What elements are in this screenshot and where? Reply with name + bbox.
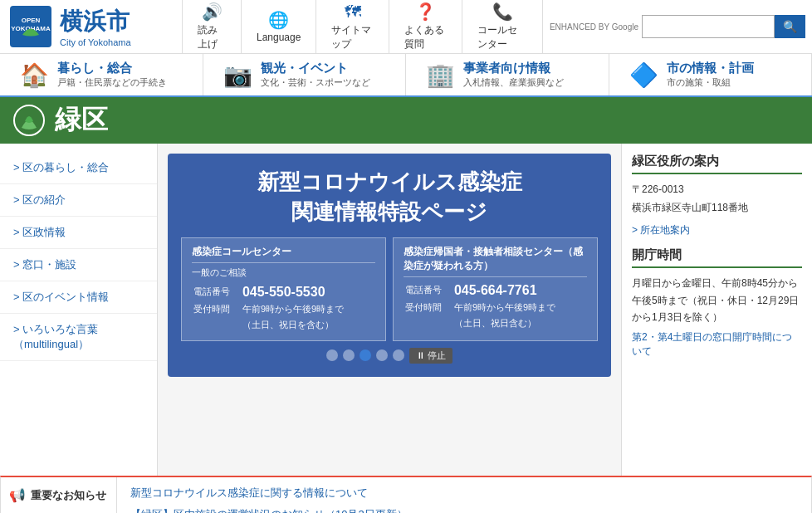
- nav-kurashi[interactable]: 🏠 暮らし・総合 戸籍・住民票などの手続き: [0, 54, 203, 95]
- main-content: 新型コロナウイルス感染症 関連情報特設ページ 感染症コールセンター 一般のご相談…: [158, 144, 621, 476]
- callcenter-hours-label: 受付時間: [193, 302, 241, 316]
- nav-jigyousha[interactable]: 🏢 事業者向け情報 入札情報、産業振興など: [406, 54, 609, 95]
- news-list: 新型コロナウイルス感染症に関する情報について 【緑区】区内施設の運営状況のお知ら…: [117, 477, 811, 513]
- speaker-icon: 🔊: [202, 2, 223, 22]
- map-icon: 🗺: [345, 2, 361, 22]
- nav-jigyousha-subtitle: 入札情報、産業振興など: [463, 76, 564, 89]
- nav-language-label: Language: [257, 32, 301, 43]
- pause-button[interactable]: ⏸ 停止: [409, 348, 452, 364]
- slider-dot-3[interactable]: [360, 349, 371, 361]
- contact-note: （土日、祝日含む）: [454, 316, 585, 330]
- nav-yomage-label: 読み上げ: [198, 23, 226, 51]
- city-name-en: City of Yokohama: [60, 37, 131, 47]
- second-window-link[interactable]: 第2・第4土曜日の窓口開庁時間について: [632, 330, 802, 359]
- nav-language[interactable]: 🌐 Language: [242, 0, 316, 53]
- contact-hours: 午前9時から午後9時まで: [454, 300, 585, 315]
- news-label-area: 📢 重要なお知らせ: [1, 477, 117, 513]
- callcenter-hours: 午前9時から午後9時まで: [242, 302, 374, 316]
- map-link[interactable]: 所在地案内: [632, 224, 690, 236]
- banner-title-line2: 関連情報特設ページ: [291, 199, 487, 224]
- search-button[interactable]: 🔍: [775, 15, 805, 38]
- main-nav: 🏠 暮らし・総合 戸籍・住民票などの手続き 📷 観光・イベント 文化・芸術・スポ…: [0, 54, 812, 97]
- sidebar-item-kurashi[interactable]: 区の暮らし・総合: [0, 152, 157, 184]
- hours-text: 月曜日から金曜日、午前8時45分から午後5時まで（祝日・休日・12月29日から1…: [632, 275, 802, 325]
- slider-dot-4[interactable]: [376, 349, 388, 361]
- important-news: 📢 重要なお知らせ 新型コロナウイルス感染症に関する情報について 【緑区】区内施…: [0, 476, 812, 513]
- nav-shijouhou-subtitle: 市の施策・取組: [667, 76, 754, 89]
- nav-shijouhou[interactable]: 🔷 市の情報・計画 市の施策・取組: [609, 54, 813, 95]
- google-label: ENHANCED BY Google: [550, 22, 638, 32]
- callcenter-title: 感染症コールセンター: [192, 245, 375, 263]
- banner-title: 新型コロナウイルス感染症 関連情報特設ページ: [181, 167, 598, 227]
- search-area: ENHANCED BY Google 🔍: [543, 0, 812, 53]
- nav-callcenter[interactable]: 📞 コールセンター: [462, 0, 543, 53]
- midori-header: 緑区: [0, 97, 812, 144]
- search-input[interactable]: [642, 15, 775, 38]
- hours-title: 開庁時間: [632, 247, 802, 268]
- building-icon: 🏢: [426, 61, 455, 89]
- nav-kanko[interactable]: 📷 観光・イベント 文化・芸術・スポーツなど: [203, 54, 407, 95]
- hours-section: 開庁時間 月曜日から金曜日、午前8時45分から午後5時まで（祝日・休日・12月2…: [632, 247, 802, 359]
- question-icon: ❓: [415, 2, 436, 22]
- home-icon: 🏠: [20, 61, 49, 89]
- nav-faq-label: よくある質問: [404, 23, 447, 51]
- nav-jigyousha-title: 事業者向け情報: [463, 61, 564, 76]
- nav-kurashi-title: 暮らし・総合: [57, 61, 167, 76]
- logo-text: 横浜市 City of Yokohama: [60, 6, 131, 47]
- slider-controls: ⏸ 停止: [181, 348, 598, 364]
- logo-area: OPEN YOKOHAMA 横浜市 City of Yokohama: [0, 0, 183, 53]
- callcenter-phone: 045-550-5530: [242, 284, 374, 300]
- nav-kanko-title: 観光・イベント: [261, 61, 370, 76]
- callcenter-general: 一般のご相談: [192, 266, 375, 279]
- slider-dot-2[interactable]: [343, 349, 355, 361]
- sidebar: 区の暮らし・総合 区の紹介 区政情報 窓口・施設 区のイベント情報 いろいろな言…: [0, 144, 158, 476]
- right-sidebar: 緑区役所の案内 〒226-0013 横浜市緑区寺山町118番地 所在地案内 開庁…: [621, 144, 812, 476]
- banner-title-line1: 新型コロナウイルス感染症: [257, 169, 522, 194]
- sidebar-item-events[interactable]: 区のイベント情報: [0, 281, 157, 314]
- sidebar-item-shokai[interactable]: 区の紹介: [0, 184, 157, 217]
- nav-kanko-subtitle: 文化・芸術・スポーツなど: [261, 76, 370, 89]
- contact-hours-label: 受付時間: [405, 300, 452, 315]
- svg-text:OPEN: OPEN: [22, 17, 41, 24]
- nav-faq[interactable]: ❓ よくある質問: [389, 0, 462, 53]
- camera-icon: 📷: [223, 61, 252, 89]
- phone-icon: 📞: [492, 2, 513, 22]
- slider-dot-5[interactable]: [393, 349, 404, 361]
- yokohama-logo-icon: OPEN YOKOHAMA: [10, 6, 51, 47]
- globe-icon: 🌐: [268, 10, 289, 30]
- contact-title: 感染症帰国者・接触者相談センター（感染症が疑われる方）: [404, 245, 587, 277]
- callcenter-phone-label: 電話番号: [193, 284, 241, 300]
- news-item-1[interactable]: 【緑区】区内施設の運営状況のお知らせ（10月2日更新）: [130, 507, 798, 513]
- callcenter-note: （土日、祝日を含む）: [242, 318, 374, 332]
- news-label-text: 重要なお知らせ: [31, 488, 106, 503]
- contact-box: 感染症帰国者・接触者相談センター（感染症が疑われる方） 電話番号 045-664…: [393, 237, 598, 341]
- address-block: 〒226-0013 横浜市緑区寺山町118番地: [632, 181, 802, 217]
- ward-office-title: 緑区役所の案内: [632, 154, 802, 174]
- midori-ward-title: 緑区: [55, 102, 108, 139]
- nav-sitemap-label: サイトマップ: [331, 23, 374, 51]
- nav-callcenter-label: コールセンター: [477, 23, 527, 51]
- contact-phone-label: 電話番号: [405, 282, 452, 299]
- sidebar-item-madoguchi[interactable]: 窓口・施設: [0, 249, 157, 281]
- banner-slider: 新型コロナウイルス感染症 関連情報特設ページ 感染症コールセンター 一般のご相談…: [168, 154, 611, 377]
- news-item-0[interactable]: 新型コロナウイルス感染症に関する情報について: [130, 486, 798, 501]
- nav-icons: 🔊 読み上げ 🌐 Language 🗺 サイトマップ ❓ よくある質問 📞 コー…: [183, 0, 543, 53]
- callcenter-box: 感染症コールセンター 一般のご相談 電話番号 045-550-5530 受付時間…: [181, 237, 386, 341]
- postal-code: 〒226-0013: [632, 181, 802, 199]
- banner-info: 感染症コールセンター 一般のご相談 電話番号 045-550-5530 受付時間…: [181, 237, 598, 341]
- city-name-ja: 横浜市: [60, 6, 131, 37]
- address: 横浜市緑区寺山町118番地: [632, 199, 802, 217]
- header: OPEN YOKOHAMA 横浜市 City of Yokohama 🔊 読み上…: [0, 0, 812, 54]
- diamond-icon: 🔷: [629, 61, 658, 89]
- nav-sitemap[interactable]: 🗺 サイトマップ: [316, 0, 389, 53]
- nav-kurashi-subtitle: 戸籍・住民票などの手続き: [57, 76, 167, 89]
- contact-phone: 045-664-7761: [454, 282, 585, 299]
- nav-yomage[interactable]: 🔊 読み上げ: [183, 0, 242, 53]
- midori-ward-logo: [13, 105, 45, 136]
- content: 区の暮らし・総合 区の紹介 区政情報 窓口・施設 区のイベント情報 いろいろな言…: [0, 144, 812, 476]
- sidebar-item-kusei[interactable]: 区政情報: [0, 217, 157, 249]
- alert-icon: 📢: [9, 487, 26, 503]
- sidebar-item-multilingual[interactable]: いろいろな言葉（multilingual）: [0, 314, 157, 361]
- slider-dot-1[interactable]: [326, 349, 338, 361]
- nav-shijouhou-title: 市の情報・計画: [667, 61, 754, 76]
